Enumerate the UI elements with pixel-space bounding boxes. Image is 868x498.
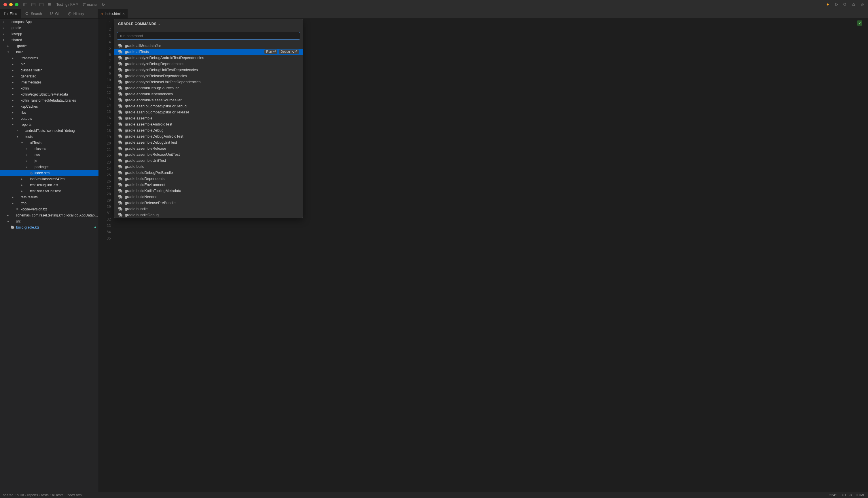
panel-bottom-icon[interactable] [31, 2, 36, 7]
maximize-window-button[interactable] [15, 3, 18, 6]
debug-badge[interactable]: Debug ⌥⏎ [279, 50, 299, 54]
tree-item[interactable]: ▸schemas/com.rasel.testing.kmp.local.db.… [0, 212, 99, 218]
palette-item[interactable]: 🐘gradle assembleDebug [114, 127, 303, 133]
minimize-window-button[interactable] [9, 3, 13, 6]
tree-item[interactable]: ▸js [0, 158, 99, 164]
grid-icon[interactable] [47, 2, 52, 7]
close-window-button[interactable] [3, 3, 7, 6]
palette-item[interactable]: 🐘gradle assembleAndroidTest [114, 121, 303, 127]
breadcrumb-segment[interactable]: reports [27, 493, 38, 497]
tree-item[interactable]: ▸kotlinTransformedMetadataLibraries [0, 97, 99, 103]
palette-item[interactable]: 🐘gradle bundle [114, 206, 303, 212]
tree-item[interactable]: ▸iosSimulatorArm64Test [0, 176, 99, 182]
notifications-icon[interactable] [851, 2, 856, 7]
panel-left-icon[interactable] [23, 2, 28, 7]
tree-item[interactable]: ◇index.html [0, 170, 99, 176]
power-icon[interactable] [825, 2, 830, 7]
settings-icon[interactable] [860, 2, 865, 7]
run-icon[interactable] [834, 2, 839, 7]
tree-item[interactable]: ▸css [0, 152, 99, 158]
tree-item[interactable]: ▸src [0, 218, 99, 224]
toolbar-tab-files[interactable]: Files [0, 9, 21, 18]
tree-item[interactable]: ▸.transforms [0, 55, 99, 61]
toolbar-tab-search[interactable]: Search [21, 9, 46, 18]
palette-item[interactable]: 🐘gradle build [114, 163, 303, 170]
file-language[interactable]: HTML [856, 493, 865, 497]
palette-item[interactable]: 🐘gradle asarToCompatSplitsForDebug [114, 103, 303, 109]
breadcrumb-segment[interactable]: build [17, 493, 24, 497]
palette-item[interactable]: 🐘gradle analyzeDebugUnitTestDependencies [114, 67, 303, 73]
tree-item[interactable]: ▾reports [0, 121, 99, 128]
palette-item[interactable]: 🐘gradle analyzeDebugAndroidTestDependenc… [114, 55, 303, 61]
palette-item[interactable]: 🐘gradle bundleDebug [114, 212, 303, 218]
panel-right-icon[interactable] [39, 2, 44, 7]
tree-item[interactable]: ▸bin [0, 61, 99, 67]
palette-item[interactable]: 🐘gradle allMetadataJar [114, 43, 303, 49]
tree-item[interactable]: ▸generated [0, 73, 99, 79]
palette-item[interactable]: 🐘gradle buildDebugPreBundle [114, 170, 303, 175]
palette-item[interactable]: 🐘gradle androidReleaseSourcesJar [114, 97, 303, 103]
tree-item[interactable]: ▸test-results [0, 194, 99, 200]
editor-tab[interactable]: ◇ index.html × [98, 9, 128, 18]
tree-item[interactable]: ▾build [0, 49, 99, 55]
tree-item[interactable]: ▸intermediates [0, 79, 99, 85]
run-badge[interactable]: Run ⏎ [264, 50, 277, 54]
tree-item[interactable]: ▾allTests [0, 140, 99, 146]
palette-item[interactable]: 🐘gradle buildKotlinToolingMetadata [114, 188, 303, 194]
tree-item[interactable]: ▸testDebugUnitTest [0, 182, 99, 188]
tree-item[interactable]: ▸classes/kotlin [0, 67, 99, 73]
palette-item[interactable]: 🐘gradle buildDependents [114, 175, 303, 182]
tree-item[interactable]: ▸outputs [0, 115, 99, 121]
diagnostics-ok-icon[interactable]: ✓ [857, 21, 862, 26]
project-name[interactable]: TestingInKMP [56, 3, 78, 6]
palette-item[interactable]: 🐘gradle buildNeeded [114, 194, 303, 200]
palette-item[interactable]: 🐘gradle assembleReleaseUnitTest [114, 152, 303, 157]
palette-item[interactable]: 🐘gradle androidDebugSourcesJar [114, 85, 303, 91]
palette-item[interactable]: 🐘gradle allTests Run ⏎ Debug ⌥⏎ [114, 49, 303, 55]
tree-item[interactable]: ▸androidTests/connected/debug [0, 128, 99, 134]
tree-item[interactable]: ▸.gradle [0, 43, 99, 49]
palette-item[interactable]: 🐘gradle analyzeReleaseDependencies [114, 73, 303, 79]
editor-content[interactable]: GRADLE COMMANDS... 🐘gradle allMetadataJa… [114, 19, 868, 492]
breadcrumb-segment[interactable]: shared [3, 493, 14, 497]
palette-item[interactable]: 🐘gradle analyzeDebugDependencies [114, 61, 303, 67]
breadcrumb-segment[interactable]: index.html [67, 493, 83, 497]
palette-item[interactable]: 🐘gradle assembleDebugAndroidTest [114, 133, 303, 139]
add-tab-button[interactable]: + [88, 9, 98, 18]
toolbar-tab-history[interactable]: History [64, 9, 88, 18]
tree-item[interactable]: ▸kspCaches [0, 103, 99, 109]
search-icon[interactable] [843, 2, 847, 7]
breadcrumb-segment[interactable]: allTests [52, 493, 63, 497]
palette-item[interactable]: 🐘gradle assembleDebugUnitTest [114, 139, 303, 145]
palette-item[interactable]: 🐘gradle androidDependencies [114, 91, 303, 97]
tree-item[interactable]: ▸kotlin [0, 85, 99, 91]
collaborate-icon[interactable] [101, 2, 106, 7]
tree-item[interactable]: ▸iosApp [0, 31, 99, 37]
palette-item[interactable]: 🐘gradle assembleRelease [114, 145, 303, 152]
palette-item[interactable]: 🐘gradle buildEnvironment [114, 182, 303, 188]
file-tree[interactable]: ▸composeApp▸gradle▸iosApp▾shared▸.gradle… [0, 19, 99, 492]
tree-item[interactable]: ▸testReleaseUnitTest [0, 188, 99, 194]
tree-item[interactable]: ▸packages [0, 164, 99, 170]
tree-item[interactable]: ▸tmp [0, 200, 99, 206]
tree-item[interactable]: ▸gradle [0, 25, 99, 31]
cursor-position[interactable]: 224:1 [829, 493, 838, 497]
tree-item[interactable]: ▸composeApp [0, 19, 99, 25]
tree-item[interactable]: ▾tests [0, 134, 99, 140]
palette-list[interactable]: 🐘gradle allMetadataJar🐘gradle allTests R… [114, 43, 303, 218]
tree-item[interactable]: ▾shared [0, 37, 99, 43]
palette-item[interactable]: 🐘gradle analyzeReleaseUnitTestDependenci… [114, 79, 303, 85]
tree-item[interactable]: ▸kotlinProjectStructureMetadata [0, 91, 99, 97]
palette-search-input[interactable] [117, 32, 300, 40]
close-tab-button[interactable]: × [122, 12, 125, 16]
palette-item[interactable]: 🐘gradle buildReleasePreBundle [114, 200, 303, 206]
palette-item[interactable]: 🐘gradle asarToCompatSplitsForRelease [114, 109, 303, 115]
tree-item[interactable]: ▸libs [0, 109, 99, 115]
git-branch-selector[interactable]: master [82, 3, 98, 6]
tree-item[interactable]: ▸classes [0, 146, 99, 152]
breadcrumb-segment[interactable]: tests [41, 493, 48, 497]
palette-item[interactable]: 🐘gradle assemble [114, 115, 303, 121]
palette-item[interactable]: 🐘gradle assembleUnitTest [114, 157, 303, 163]
tree-item[interactable]: 🐘build.gradle.kts [0, 224, 99, 230]
tree-item[interactable]: ≡xcode-version.txt [0, 206, 99, 212]
